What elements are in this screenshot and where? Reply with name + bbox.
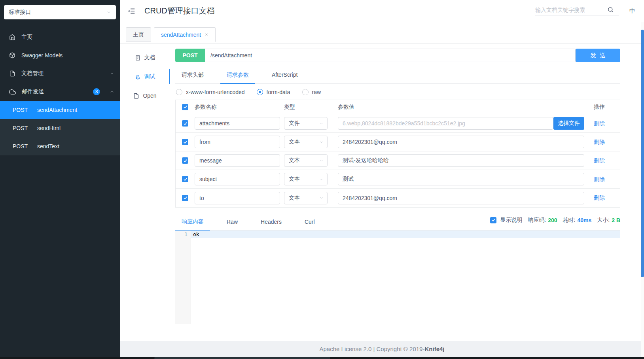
request-tabs: 请求头部 请求参数 AfterScript <box>175 66 620 84</box>
radio-label: x-www-form-urlencoded <box>186 89 245 95</box>
main-area: CRUD管理接口文档 中 主页 sendAttachment <box>120 0 644 357</box>
param-table-header: 参数名称 类型 参数值 操作 <box>176 100 620 114</box>
method-label: POST <box>13 125 37 131</box>
param-name-input[interactable] <box>195 136 280 148</box>
doc-nav-document[interactable]: 文档 <box>120 48 170 67</box>
vertical-scrollbar-track[interactable] <box>641 22 644 357</box>
column-header: 类型 <box>284 104 338 111</box>
api-group-select[interactable]: 标准接口 <box>4 5 116 19</box>
vertical-scrollbar-thumb[interactable] <box>641 30 644 277</box>
sidebar-item-sendhtml[interactable]: POST sendHtml <box>0 119 120 137</box>
document-icon <box>135 55 141 61</box>
tab-headers[interactable]: Headers <box>254 214 288 230</box>
param-type-select[interactable]: 文本 <box>284 154 328 167</box>
sidebar-item-mail-send[interactable]: 邮件发送 3 <box>0 83 120 101</box>
param-value-input[interactable] <box>338 192 584 204</box>
chevron-down-icon <box>319 140 324 144</box>
cloud-icon <box>9 89 16 95</box>
tab-request-params[interactable]: 请求参数 <box>220 66 255 83</box>
debug-panel: POST 发送 请求头部 请求参数 AfterScript x-www-form… <box>170 43 644 340</box>
tab-home[interactable]: 主页 <box>126 27 151 42</box>
search-icon[interactable] <box>607 6 614 13</box>
page-title: CRUD管理接口文档 <box>144 6 215 16</box>
editor-ruler <box>393 231 393 324</box>
sidebar-item-sendtext[interactable]: POST sendText <box>0 137 120 155</box>
choose-file-button[interactable]: 选择文件 <box>553 117 584 130</box>
radio-form-data[interactable]: form-data <box>257 89 290 95</box>
table-row: 文本 删除 <box>176 189 620 207</box>
language-toggle[interactable]: 中 <box>629 7 635 15</box>
param-type-select[interactable]: 文本 <box>284 173 328 185</box>
tab-sendattachment[interactable]: sendAttachment <box>154 27 216 42</box>
editor-code-area[interactable]: ok <box>191 231 620 324</box>
response-editor[interactable]: 1 ok <box>175 231 620 324</box>
tab-curl[interactable]: Curl <box>298 214 321 230</box>
search-input[interactable] <box>535 7 607 13</box>
sidebar-item-swagger-models[interactable]: Swagger Models <box>0 46 120 64</box>
size-value: 2 B <box>612 217 620 223</box>
param-value-input[interactable] <box>338 136 584 148</box>
sidebar-item-sendattachment[interactable]: POST sendAttachment <box>0 101 120 119</box>
param-value-input[interactable] <box>338 173 584 185</box>
param-value-input[interactable] <box>338 154 584 167</box>
row-checkbox[interactable] <box>182 176 188 182</box>
chevron-down-icon <box>106 10 111 15</box>
sidebar-item-home[interactable]: 主页 <box>0 28 120 46</box>
param-value-input[interactable] <box>338 117 553 130</box>
tab-request-headers[interactable]: 请求头部 <box>175 66 210 83</box>
param-type-select[interactable]: 文本 <box>284 136 328 148</box>
tab-response-content[interactable]: 响应内容 <box>175 213 210 230</box>
chevron-down-icon <box>319 177 324 181</box>
table-row: 文本 删除 <box>176 170 620 189</box>
box-icon <box>9 52 15 59</box>
tab-label: 主页 <box>133 31 144 38</box>
doc-nav-open[interactable]: Open <box>120 86 170 105</box>
row-checkbox[interactable] <box>182 120 188 127</box>
method-badge: POST <box>175 49 205 62</box>
home-icon <box>9 34 15 40</box>
delete-link[interactable]: 删除 <box>594 195 605 201</box>
row-checkbox[interactable] <box>182 195 188 201</box>
menu-fold-icon[interactable] <box>127 7 136 15</box>
close-icon[interactable] <box>205 33 208 37</box>
param-name-input[interactable] <box>195 117 280 130</box>
column-header: 参数值 <box>338 104 588 111</box>
show-desc-label: 显示说明 <box>500 217 522 224</box>
horizontal-scrollbar-thumb[interactable] <box>154 357 330 359</box>
method-label: POST <box>13 143 37 149</box>
request-path-input[interactable] <box>205 52 575 59</box>
delete-link[interactable]: 删除 <box>594 120 605 127</box>
tab-raw[interactable]: Raw <box>220 214 244 230</box>
param-type-select[interactable]: 文本 <box>284 192 328 204</box>
sidebar-item-label: 邮件发送 <box>22 88 87 95</box>
status-code-label: 响应码: <box>528 217 546 224</box>
row-checkbox[interactable] <box>182 139 188 145</box>
column-header: 参数名称 <box>195 104 284 111</box>
tab-label: sendAttachment <box>161 32 201 38</box>
row-checkbox[interactable] <box>182 157 188 164</box>
radio-icon <box>176 89 182 95</box>
api-label: sendAttachment <box>37 107 77 113</box>
doc-nav-debug[interactable]: 调试 <box>120 67 170 86</box>
param-name-input[interactable] <box>195 173 280 185</box>
size-label: 大小: <box>597 217 610 224</box>
api-label: sendHtml <box>37 125 61 131</box>
tab-afterscript[interactable]: AfterScript <box>265 66 304 83</box>
param-type-select[interactable]: 文件 <box>284 117 328 130</box>
send-button[interactable]: 发送 <box>576 49 620 62</box>
select-all-checkbox[interactable] <box>182 104 188 110</box>
horizontal-scrollbar-track[interactable] <box>0 357 644 359</box>
sidebar: 标准接口 主页 Swagger Models 文档管理 邮件发送 3 <box>0 0 120 357</box>
radio-x-www-form-urlencoded[interactable]: x-www-form-urlencoded <box>176 89 245 95</box>
radio-label: raw <box>312 89 321 95</box>
param-name-input[interactable] <box>195 192 280 204</box>
sidebar-item-doc-manage[interactable]: 文档管理 <box>0 64 120 83</box>
delete-link[interactable]: 删除 <box>594 176 605 182</box>
show-desc-checkbox[interactable] <box>490 217 496 223</box>
tab-bar: 主页 sendAttachment <box>120 22 644 43</box>
delete-link[interactable]: 删除 <box>594 139 605 145</box>
param-name-input[interactable] <box>195 154 280 167</box>
delete-link[interactable]: 删除 <box>594 157 605 164</box>
radio-raw[interactable]: raw <box>302 89 321 95</box>
sidebar-item-label: 主页 <box>21 34 114 41</box>
